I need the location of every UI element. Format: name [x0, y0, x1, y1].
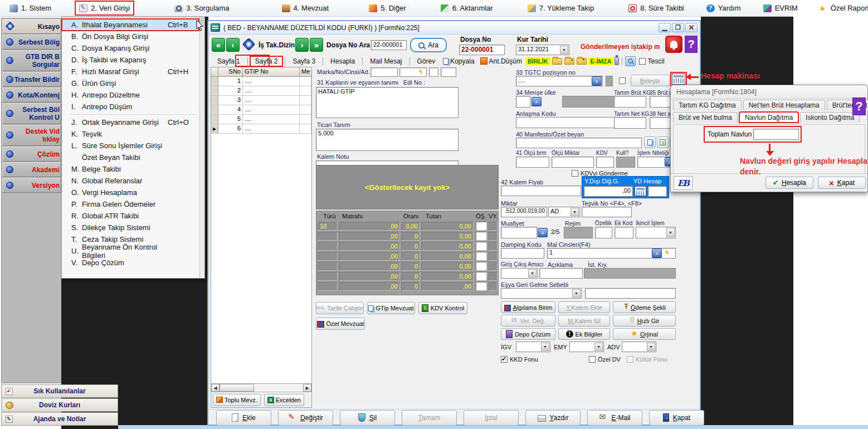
adv-select[interactable]: [622, 342, 656, 352]
miktar-unit-select[interactable]: AD: [548, 207, 580, 217]
folder-export-icon[interactable]: [577, 58, 587, 65]
scroll-right-arrow[interactable]: ▶: [303, 384, 311, 392]
birlestir-button[interactable]: Birleştir: [631, 75, 670, 86]
popup-tab-tart-m-kg-da-tma[interactable]: Tartım KG Dağıtma: [673, 100, 742, 110]
tartim-brut-input[interactable]: [614, 96, 646, 108]
algilama-birim-button[interactable]: Algılama Birim: [501, 301, 555, 313]
kopyala-button[interactable]: Kopyala: [441, 57, 476, 65]
scroll-thumb[interactable]: [220, 384, 254, 392]
edit-lightning-icon[interactable]: ϟ: [419, 68, 422, 76]
mkalem-sil-button[interactable]: M.Kalem Sil: [558, 315, 610, 326]
last-record-button[interactable]: »: [310, 38, 323, 52]
ykalem-ekle-button[interactable]: Y.Kalem Ekle: [558, 301, 610, 313]
toplam-navlun-input[interactable]: [753, 129, 799, 140]
dosya-no-ara-input[interactable]: 22-000001: [371, 40, 407, 50]
de-i-tir-button[interactable]: Değiştir: [278, 410, 333, 426]
yazd-r-button[interactable]: Yazdır: [525, 410, 581, 426]
tax-os-cell[interactable]: [476, 262, 487, 271]
open-folder-icon[interactable]: [552, 58, 562, 65]
next-record-button[interactable]: ›: [295, 38, 309, 52]
maximize-button[interactable]: ❒: [672, 23, 684, 32]
grid-row[interactable]: 1....: [211, 77, 311, 86]
dropdown-item-F[interactable]: F.Hızlı Masraf GirişiCtrl+H: [62, 66, 199, 77]
sidebar-item-9[interactable]: Versiyon: [2, 178, 61, 193]
manifesto-input[interactable]: [516, 138, 642, 148]
menu-item-11[interactable]: Özel Raporlar: [816, 2, 868, 14]
grid-row[interactable]: 3....: [211, 96, 311, 105]
grid-horizontal-scrollbar[interactable]: ◀ ▶: [211, 383, 311, 392]
dropdown-item-O[interactable]: O.Vergi Hesaplama: [62, 187, 199, 198]
ticari-textarea[interactable]: 5.000: [316, 129, 459, 151]
menu-item-10[interactable]: EVRIM: [760, 2, 801, 14]
damping-input[interactable]: [501, 248, 544, 259]
aciklama-input[interactable]: [539, 268, 583, 279]
dropdown-item-B[interactable]: B.Ön Dosya Bilgi Girişi: [62, 31, 199, 42]
toplu-mevz-button[interactable]: Toplu Mevz.: [213, 394, 261, 406]
tgtc-combo[interactable]: ....: [516, 76, 603, 86]
search-tool-button[interactable]: [625, 56, 636, 66]
grid-row[interactable]: 5....: [211, 115, 311, 124]
kur-tarihi-select[interactable]: 31.12.2021: [516, 45, 569, 55]
usb-token-icon[interactable]: [615, 57, 619, 65]
tax-os-cell[interactable]: [476, 252, 487, 261]
sidebar-footer-item-1[interactable]: Sık Kullanılanlar: [1, 384, 118, 398]
tab-hesapla[interactable]: Hesapla: [326, 57, 359, 66]
calculator-button[interactable]: [672, 74, 685, 85]
tesvik-input[interactable]: [582, 207, 632, 217]
yd-value-input[interactable]: ,00: [584, 186, 633, 197]
kdvyi-gonderme-checkbox[interactable]: [572, 170, 578, 177]
tax-os-cell[interactable]: [476, 272, 487, 281]
menu-item-8[interactable]: 8. Süre Takibi: [626, 2, 687, 14]
depo-cozum-button[interactable]: Depo Çözüm: [501, 328, 555, 340]
bell-notification-button[interactable]: [665, 36, 682, 53]
popup-kapat-button[interactable]: ×Kapat: [818, 177, 866, 189]
sidebar-item-3[interactable]: Transfer Bildir: [2, 72, 61, 87]
tab-mail-mesaj[interactable]: Mail Mesaj: [365, 57, 406, 66]
marka-input-2[interactable]: [399, 67, 427, 77]
anlasma-select[interactable]: [516, 117, 627, 128]
grid-row[interactable]: 4....: [211, 105, 311, 115]
popup-help-button[interactable]: ?: [852, 98, 866, 115]
popup-tab-br-t-ve-net-bulma[interactable]: Brüt ve Net bulma: [673, 112, 738, 123]
tab-sayfa3[interactable]: Sayfa 3: [288, 57, 320, 66]
popup-tab-iskonto-da-tma[interactable]: Iskonto Dağıtma: [800, 112, 860, 123]
orjinal-button[interactable]: Orjinal: [613, 328, 676, 340]
menu-item-6[interactable]: 6. Aktarımlar: [438, 2, 496, 14]
esya-geri-input[interactable]: [585, 288, 676, 299]
tescil-checkbox[interactable]: [639, 58, 646, 65]
ek-bilgiler-button[interactable]: Ek Bilgiler: [558, 328, 610, 340]
yd-calculator-button[interactable]: [635, 186, 646, 196]
gtip-mevzuat-button[interactable]: GTip Mevzuat: [367, 302, 415, 314]
dropdown-item-A[interactable]: A.İthalat BeyannamesiCtrl+B: [62, 19, 199, 31]
sidebar-item-6[interactable]: Destek Vidtıklay: [2, 125, 61, 146]
muafiyet-input[interactable]: [501, 227, 537, 238]
ikincil-islem-select[interactable]: [636, 227, 676, 238]
menu-item-9[interactable]: Yardım: [704, 2, 744, 14]
tamam-button[interactable]: Tamam: [402, 410, 457, 426]
popup-tab-navlun-da-tma[interactable]: Navlun Dağıtma: [739, 112, 798, 123]
tarife-calistir-button[interactable]: Tarife Çalıştır: [316, 302, 364, 314]
info-icon[interactable]: [242, 37, 255, 51]
tax-os-cell[interactable]: [476, 222, 487, 231]
mal-lookup-icon[interactable]: [652, 248, 662, 258]
sidebar-item-4[interactable]: Kota/Kontenj: [2, 87, 61, 103]
ozel-dv-checkbox[interactable]: [589, 356, 596, 363]
ozet-mevzuat-button[interactable]: Özet Mevzuat: [316, 318, 365, 330]
olcu-miktar-input[interactable]: [552, 157, 594, 168]
menu-item-7[interactable]: 7. Yükleme Takip: [525, 2, 597, 14]
tab-sayfa1[interactable]: Sayfa 1: [213, 57, 245, 66]
odeme-sekli-button[interactable]: Ödeme Şekli: [613, 301, 676, 313]
tartim-net-input[interactable]: [614, 117, 646, 129]
ver-deg-button[interactable]: Ver. Değ.: [501, 315, 555, 326]
tax-os-cell[interactable]: [476, 232, 487, 241]
dropdown-item-G[interactable]: G.Ürün Girişi: [62, 77, 199, 89]
giris-cikis-select[interactable]: [501, 268, 538, 279]
ara-button[interactable]: Ara: [410, 38, 447, 52]
marka-input-3[interactable]: [429, 67, 438, 77]
sidebar-item-8[interactable]: Akademi: [2, 162, 61, 177]
kdv-input[interactable]: [596, 157, 614, 168]
esya-geri-select[interactable]: [501, 288, 582, 299]
dropdown-item-P[interactable]: P.Firma Gelen Ödemeler: [62, 198, 199, 210]
dropdown-item-S[interactable]: S.Dilekçe Takip Sistemi: [62, 222, 199, 233]
close-button[interactable]: ✕: [685, 23, 698, 32]
